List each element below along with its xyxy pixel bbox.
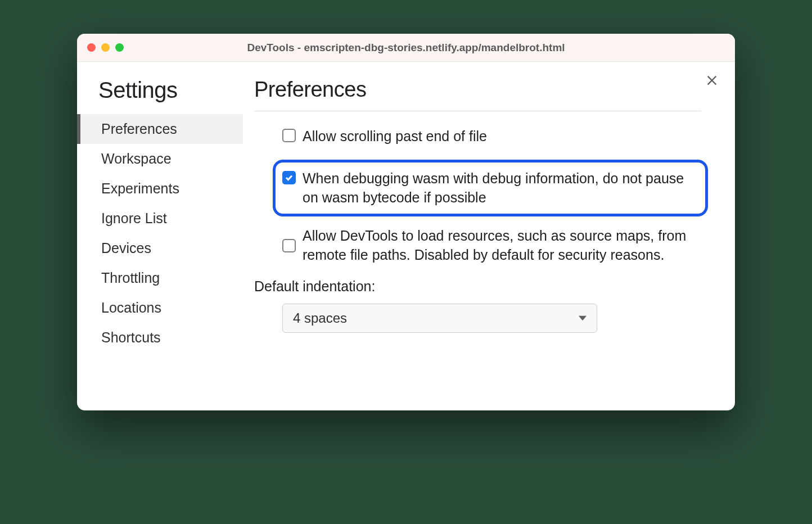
- titlebar: DevTools - emscripten-dbg-stories.netlif…: [77, 34, 735, 62]
- indentation-select[interactable]: 4 spaces: [282, 304, 597, 333]
- panel-title: Preferences: [254, 78, 701, 111]
- settings-sidebar: Settings Preferences Workspace Experimen…: [77, 62, 243, 410]
- sidebar-items: Preferences Workspace Experiments Ignore…: [77, 114, 243, 353]
- indentation-value: 4 spaces: [293, 310, 347, 326]
- maximize-window-button[interactable]: [115, 43, 124, 52]
- checkmark-icon: [285, 173, 294, 182]
- settings-title: Settings: [98, 78, 243, 103]
- indentation-label: Default indentation:: [254, 278, 701, 295]
- option-remote-paths: Allow DevTools to load resources, such a…: [282, 227, 701, 265]
- option-allow-scroll: Allow scrolling past end of file: [282, 127, 701, 146]
- sidebar-item-throttling[interactable]: Throttling: [77, 263, 243, 293]
- preferences-panel: Preferences Allow scrolling past end of …: [243, 62, 735, 410]
- window-title: DevTools - emscripten-dbg-stories.netlif…: [77, 42, 735, 54]
- sidebar-item-locations[interactable]: Locations: [77, 293, 243, 323]
- sidebar-item-workspace[interactable]: Workspace: [77, 144, 243, 174]
- sidebar-item-ignore-list[interactable]: Ignore List: [77, 204, 243, 233]
- allow-scroll-label: Allow scrolling past end of file: [303, 127, 487, 146]
- wasm-debug-checkbox[interactable]: [282, 171, 296, 184]
- sidebar-item-experiments[interactable]: Experiments: [77, 174, 243, 204]
- allow-scroll-checkbox[interactable]: [282, 129, 296, 142]
- sidebar-item-preferences[interactable]: Preferences: [77, 114, 243, 144]
- traffic-lights: [87, 43, 124, 52]
- close-icon: [706, 74, 718, 87]
- chevron-down-icon: [579, 314, 587, 322]
- wasm-debug-label: When debugging wasm with debug informati…: [303, 169, 695, 207]
- minimize-window-button[interactable]: [101, 43, 110, 52]
- close-window-button[interactable]: [87, 43, 96, 52]
- option-wasm-debug: When debugging wasm with debug informati…: [273, 160, 708, 217]
- settings-content: Settings Preferences Workspace Experimen…: [77, 62, 735, 410]
- remote-paths-label: Allow DevTools to load resources, such a…: [303, 227, 701, 265]
- remote-paths-checkbox[interactable]: [282, 239, 296, 252]
- option-list: Allow scrolling past end of file When de…: [254, 127, 701, 265]
- close-settings-button[interactable]: [706, 74, 718, 89]
- devtools-window: DevTools - emscripten-dbg-stories.netlif…: [77, 34, 735, 410]
- sidebar-item-shortcuts[interactable]: Shortcuts: [77, 323, 243, 353]
- sidebar-item-devices[interactable]: Devices: [77, 233, 243, 263]
